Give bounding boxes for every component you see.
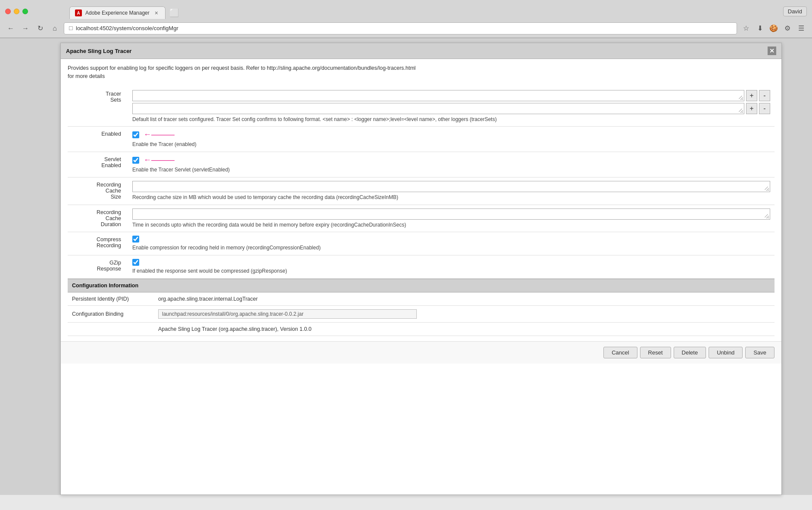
- address-bar[interactable]: ☐ localhost:4502/system/console/configMg…: [64, 22, 737, 34]
- compress-recording-checkbox-wrapper: [132, 236, 770, 243]
- compress-recording-row: CompressRecording Enable compression for…: [68, 232, 775, 255]
- recording-cache-duration-help: Time in seconds upto which the recording…: [132, 221, 770, 229]
- recording-cache-size-row: RecordingCacheSize 50 Recording cache si…: [68, 177, 775, 205]
- nav-actions: ☆ ⬇ 🍪 ⚙ ☰: [740, 23, 807, 34]
- description-text: Provides support for enabling log for sp…: [68, 64, 775, 81]
- traffic-lights: [5, 9, 28, 14]
- sidebar: [30, 43, 60, 495]
- enabled-checkbox-wrapper: [132, 131, 139, 138]
- pid-value: org.apache.sling.tracer.internal.LogTrac…: [154, 292, 775, 306]
- tracer-set-2-input-wrapper: oak-writes : org.apache.jackrabbit.oak.j…: [132, 103, 744, 114]
- reload-button[interactable]: ↻: [34, 23, 46, 34]
- recording-cache-duration-label: RecordingCacheDuration: [68, 205, 128, 232]
- compress-recording-checkbox[interactable]: [132, 236, 139, 243]
- minimize-window-button[interactable]: [14, 9, 19, 14]
- save-button[interactable]: Save: [745, 347, 775, 358]
- dialog-close-button[interactable]: ✕: [768, 47, 776, 55]
- tracer-set-1-remove-button[interactable]: -: [759, 90, 770, 101]
- dialog-footer: Cancel Reset Delete Unbind Save: [61, 341, 781, 364]
- downloads-button[interactable]: ⬇: [754, 23, 765, 34]
- cancel-button[interactable]: Cancel: [603, 347, 637, 358]
- unbind-button[interactable]: Unbind: [709, 347, 743, 358]
- tracer-set-1-input[interactable]: oak-query : org.apache.jackrabbit.oak.qu…: [132, 90, 744, 101]
- recording-cache-size-input-wrapper: 50: [132, 181, 770, 192]
- tracer-set-2-input[interactable]: oak-writes : org.apache.jackrabbit.oak.j…: [132, 103, 744, 114]
- servlet-enabled-value: ←——— Enable the Tracer Servlet (servletE…: [128, 152, 775, 177]
- recording-cache-duration-input[interactable]: 900: [132, 208, 770, 220]
- config-table: TracerSets oak-query : org.apache.jackra…: [68, 87, 775, 279]
- recording-cache-size-label: RecordingCacheSize: [68, 177, 128, 205]
- tracer-set-2-remove-button[interactable]: -: [759, 103, 770, 114]
- tracer-set-1-input-wrapper: oak-query : org.apache.jackrabbit.oak.qu…: [132, 90, 744, 101]
- extensions-button[interactable]: ⚙: [782, 23, 793, 34]
- cookies-button[interactable]: 🍪: [768, 23, 779, 34]
- servlet-enabled-checkbox[interactable]: [132, 157, 139, 164]
- tab-favicon: A: [75, 9, 82, 16]
- enabled-checkbox[interactable]: [132, 131, 139, 138]
- enabled-row: Enabled ←——— Enable the Tracer (enabled): [68, 127, 775, 152]
- recording-cache-duration-value: 900 Time in seconds upto which the recor…: [128, 205, 775, 232]
- dialog-wrapper: Apache Sling Log Tracer ✕ Provides suppo…: [60, 43, 782, 495]
- tracer-sets-label: TracerSets: [68, 87, 128, 127]
- close-window-button[interactable]: [5, 9, 11, 14]
- address-url: localhost:4502/system/console/configMgr: [76, 25, 178, 31]
- tracer-sets-help: Default list of tracer sets configured. …: [132, 116, 770, 123]
- recording-cache-size-help: Recording cache size in MB which would b…: [132, 194, 770, 201]
- pid-row: Persistent Identity (PID) org.apache.sli…: [68, 292, 775, 306]
- dialog-title: Apache Sling Log Tracer: [66, 48, 131, 54]
- binding-label: Configuration Binding: [68, 306, 154, 323]
- user-badge[interactable]: David: [783, 6, 807, 16]
- dialog-title-bar: Apache Sling Log Tracer ✕: [61, 43, 781, 59]
- recording-cache-size-input[interactable]: 50: [132, 181, 770, 192]
- delete-button[interactable]: Delete: [674, 347, 706, 358]
- tab-close-button[interactable]: ×: [153, 9, 160, 16]
- binding-value-box: launchpad:resources/install/0/org.apache…: [158, 309, 417, 319]
- version-text: Apache Sling Log Tracer (org.apache.slin…: [154, 323, 775, 336]
- enabled-arrow-annotation: ←———: [144, 130, 175, 139]
- enabled-label: Enabled: [68, 127, 128, 152]
- browser-chrome: A Adobe Experience Manager × ⬜ David ← →…: [0, 0, 812, 38]
- enabled-help: Enable the Tracer (enabled): [132, 141, 770, 148]
- tracer-set-1-add-button[interactable]: +: [746, 90, 757, 101]
- servlet-enabled-help: Enable the Tracer Servlet (servletEnable…: [132, 166, 770, 174]
- menu-button[interactable]: ☰: [796, 23, 807, 34]
- tracer-sets-row: TracerSets oak-query : org.apache.jackra…: [68, 87, 775, 127]
- compress-recording-help: Enable compression for recoding held in …: [132, 244, 770, 252]
- pid-label: Persistent Identity (PID): [68, 292, 154, 306]
- tracer-set-1-container: oak-query : org.apache.jackrabbit.oak.qu…: [132, 90, 770, 101]
- forward-button[interactable]: →: [20, 23, 31, 34]
- binding-row: Configuration Binding launchpad:resource…: [68, 306, 775, 323]
- tracer-sets-value: oak-query : org.apache.jackrabbit.oak.qu…: [128, 87, 775, 127]
- servlet-enabled-row: ServletEnabled ←——— Enable the Tracer Se…: [68, 152, 775, 177]
- back-button[interactable]: ←: [5, 23, 16, 34]
- recording-cache-size-value: 50 Recording cache size in MB which woul…: [128, 177, 775, 205]
- bookmark-button[interactable]: ☆: [740, 23, 752, 34]
- version-row: Apache Sling Log Tracer (org.apache.slin…: [68, 323, 775, 336]
- gzip-response-row: GZipResponse If enabled the response sen…: [68, 255, 775, 279]
- version-label-empty: [68, 323, 154, 336]
- compress-recording-label: CompressRecording: [68, 232, 128, 255]
- recording-cache-duration-input-wrapper: 900: [132, 208, 770, 220]
- recording-cache-duration-row: RecordingCacheDuration 900 Time in secon…: [68, 205, 775, 232]
- address-lock-icon: ☐: [69, 25, 73, 31]
- gzip-response-value: If enabled the response sent would be co…: [128, 255, 775, 279]
- active-tab[interactable]: A Adobe Experience Manager ×: [69, 6, 166, 19]
- home-button[interactable]: ⌂: [49, 23, 60, 34]
- binding-value: launchpad:resources/install/0/org.apache…: [154, 306, 775, 323]
- enabled-value: ←——— Enable the Tracer (enabled): [128, 127, 775, 152]
- content-area: Apache Sling Log Tracer ✕ Provides suppo…: [0, 38, 812, 495]
- tab-title: Adobe Experience Manager: [85, 10, 150, 16]
- maximize-window-button[interactable]: [22, 9, 28, 14]
- gzip-response-label: GZipResponse: [68, 255, 128, 279]
- tracer-set-2-container: oak-writes : org.apache.jackrabbit.oak.j…: [132, 103, 770, 114]
- reset-button[interactable]: Reset: [640, 347, 671, 358]
- dialog-body: Provides support for enabling log for sp…: [61, 59, 781, 341]
- tab-bar: A Adobe Experience Manager × ⬜: [35, 3, 215, 19]
- new-tab-button[interactable]: ⬜: [167, 7, 181, 19]
- info-table: Persistent Identity (PID) org.apache.sli…: [68, 292, 775, 336]
- compress-recording-value: Enable compression for recoding held in …: [128, 232, 775, 255]
- tracer-set-2-add-button[interactable]: +: [746, 103, 757, 114]
- gzip-response-checkbox[interactable]: [132, 259, 139, 266]
- servlet-enabled-checkbox-wrapper: [132, 157, 139, 164]
- new-tab-icon: ⬜: [169, 8, 179, 18]
